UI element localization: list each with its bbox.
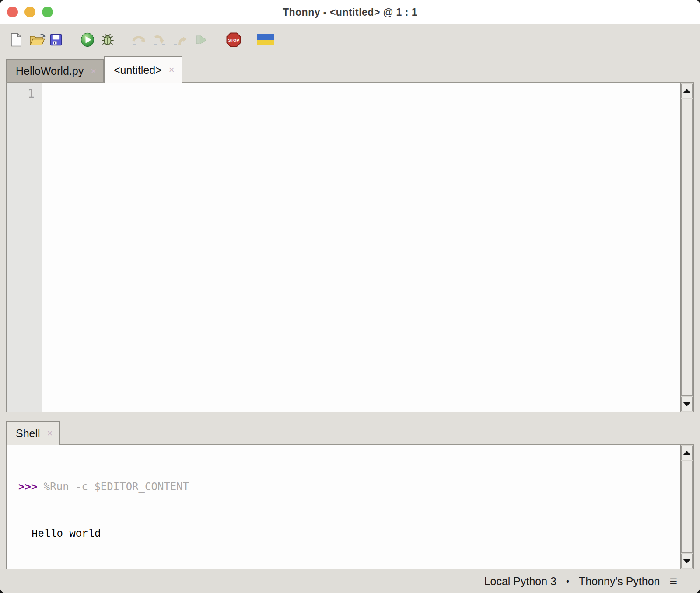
thonny-window: Thonny - <untitled> @ 1 : 1 [0,0,700,593]
step-into-button[interactable] [152,30,167,49]
backend-menu-icon[interactable]: ≡ [669,575,677,588]
editor-scrollbar[interactable] [680,83,693,412]
editor-tabbar: HelloWorld.py × <untitled> × [6,55,694,83]
tab-label: Shell [16,427,40,440]
run-button[interactable] [80,30,94,49]
scroll-down-button[interactable] [681,554,693,568]
debug-button[interactable] [101,30,115,49]
step-into-icon [152,34,167,46]
scroll-down-button[interactable] [681,397,693,411]
window-title: Thonny - <untitled> @ 1 : 1 [0,0,700,24]
tab-shell[interactable]: Shell × [6,421,60,445]
scroll-up-button[interactable] [681,84,693,98]
statusbar: Local Python 3 • Thonny's Python ≡ [0,569,700,593]
shell-scrollbar[interactable] [680,445,693,569]
scrollbar-thumb[interactable] [681,99,693,396]
run-play-icon [80,32,94,47]
stop-sign-icon: STOP [226,32,242,48]
resume-button[interactable] [194,30,207,49]
tab-close-icon[interactable]: × [47,429,53,438]
tab-label: HelloWorld.py [16,65,84,77]
code-editor-area[interactable] [42,83,680,412]
backend-label[interactable]: Thonny's Python [579,575,660,588]
line-number-gutter: 1 [7,83,42,412]
new-file-button[interactable] [10,30,22,49]
tab-label: <untitled> [114,64,162,77]
shell-command: %Run -c $EDITOR_CONTENT [44,481,189,493]
interpreter-label[interactable]: Local Python 3 [484,575,556,588]
open-folder-icon [29,33,46,46]
stop-label: STOP [228,38,239,42]
step-over-icon [131,34,146,46]
toolbar: STOP [0,24,700,55]
ukraine-flag-icon [257,34,274,45]
shell-stdout: Hello world [18,527,680,541]
save-floppy-icon [50,34,62,46]
ukraine-support-button[interactable] [257,30,274,49]
new-file-icon [10,33,22,47]
step-out-icon [173,34,188,46]
shell-tabbar: Shell × [6,412,694,445]
tab-close-icon[interactable]: × [91,66,96,76]
debug-bug-icon [101,33,115,47]
scrollbar-thumb[interactable] [681,461,693,553]
tab-untitled[interactable]: <untitled> × [104,56,182,83]
tab-helloworld-py[interactable]: HelloWorld.py × [6,59,104,82]
titlebar: Thonny - <untitled> @ 1 : 1 [0,0,700,24]
scroll-up-button[interactable] [681,446,693,460]
editor-pane: 1 [6,83,694,412]
arrow-down-icon [683,402,691,406]
arrow-down-icon [683,559,691,563]
step-out-button[interactable] [173,30,188,49]
resume-icon [194,34,207,46]
step-over-button[interactable] [131,30,146,49]
open-file-button[interactable] [29,30,46,49]
arrow-up-icon [683,451,691,455]
shell-line: >>> %Run -c $EDITOR_CONTENT [18,480,680,493]
stop-button[interactable]: STOP [226,30,242,49]
tab-close-icon[interactable]: × [169,65,175,75]
arrow-up-icon [683,89,691,93]
shell-output-area[interactable]: >>> %Run -c $EDITOR_CONTENT Hello world … [7,445,680,569]
status-separator-dot: • [566,576,569,586]
shell-pane: >>> %Run -c $EDITOR_CONTENT Hello world … [6,445,694,569]
save-file-button[interactable] [50,30,62,49]
shell-prompt: >>> [18,481,44,493]
line-number: 1 [7,87,35,101]
